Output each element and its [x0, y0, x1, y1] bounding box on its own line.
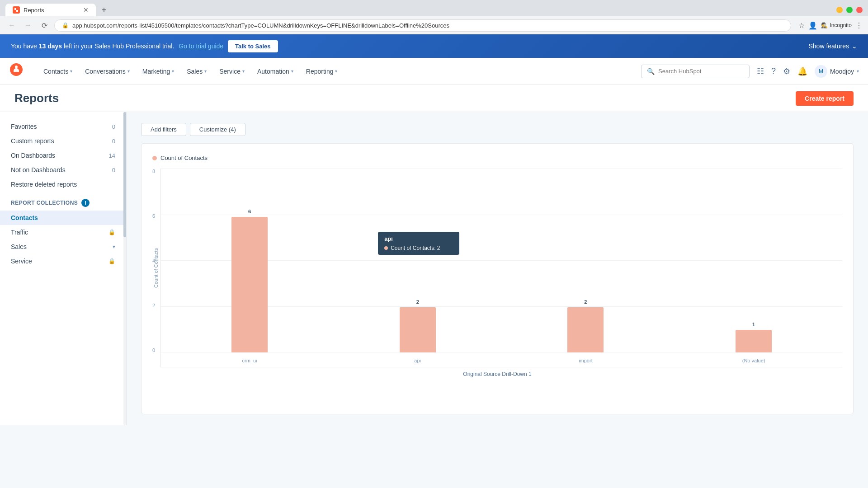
sidebar-item-contacts[interactable]: Contacts	[0, 211, 126, 225]
sidebar-item-sales[interactable]: Sales ▾	[0, 239, 126, 254]
page-header: Reports Create report	[0, 85, 868, 112]
trial-guide-link[interactable]: Go to trial guide	[179, 42, 223, 50]
browser-frame: Reports ✕ + ← → ⟳ 🔒 app.hubspot.com/repo…	[0, 0, 868, 34]
report-area: Add filters Customize (4) Count of Conta…	[127, 112, 868, 425]
sidebar-scroll[interactable]	[123, 112, 126, 425]
bar-crm-ui[interactable]: 6 crm_ui	[231, 217, 268, 352]
tab-title: Reports	[24, 7, 44, 14]
bar-crm-ui-rect[interactable]: 6	[231, 217, 268, 352]
nav-automation-label: Automation	[257, 68, 289, 75]
maximize-button[interactable]	[846, 7, 853, 13]
profile-icon[interactable]: 👤	[808, 21, 817, 30]
user-menu[interactable]: M Moodjoy ▾	[815, 65, 859, 78]
chart-bars: 6 crm_ui 2 api	[161, 169, 842, 352]
nav-contacts[interactable]: Contacts ▾	[38, 64, 78, 79]
sidebar-collections-label: Report collections	[11, 200, 78, 206]
nav-contacts-label: Contacts	[43, 68, 68, 75]
address-bar[interactable]: 🔒 app.hubspot.com/reports-list/45105500/…	[54, 19, 791, 32]
forward-button[interactable]: →	[22, 19, 34, 32]
browser-tab[interactable]: Reports ✕	[5, 4, 96, 16]
reload-button[interactable]: ⟳	[38, 19, 51, 32]
avatar: M	[815, 65, 827, 78]
minimize-button[interactable]	[836, 7, 843, 13]
trial-banner: You have 13 days left in your Sales Hub …	[0, 34, 868, 58]
close-button[interactable]	[856, 7, 863, 13]
bookmark-icon[interactable]: ☆	[798, 21, 805, 30]
close-tab-button[interactable]: ✕	[83, 6, 89, 14]
sidebar-traffic-label: Traffic	[11, 229, 28, 236]
marketplace-icon[interactable]: ☷	[757, 66, 764, 76]
sidebar-item-service[interactable]: Service 🔒	[0, 254, 126, 268]
nav-marketing-label: Marketing	[142, 68, 170, 75]
nav-marketing[interactable]: Marketing ▾	[137, 64, 179, 79]
chart-container: Count of Contacts 8 6 4 2 0 Count of Con…	[141, 143, 854, 414]
bar-no-value-rect[interactable]: 1	[736, 330, 772, 352]
notifications-icon[interactable]: 🔔	[797, 66, 807, 76]
settings-icon[interactable]: ⚙	[783, 66, 790, 76]
url-display: app.hubspot.com/reports-list/45105500/te…	[72, 22, 783, 29]
nav-reporting-label: Reporting	[306, 68, 334, 75]
nav-conversations[interactable]: Conversations ▾	[80, 64, 135, 79]
sidebar-item-on-dashboards[interactable]: On Dashboards 14	[0, 148, 126, 163]
nav-service[interactable]: Service ▾	[214, 64, 250, 79]
nav-marketing-chevron: ▾	[172, 69, 174, 74]
y-tick-2: 2	[152, 303, 155, 308]
bar-import[interactable]: 2 import	[567, 307, 604, 352]
nav-reporting[interactable]: Reporting ▾	[301, 64, 343, 79]
nav-sales-label: Sales	[187, 68, 203, 75]
hubspot-nav: Contacts ▾ Conversations ▾ Marketing ▾ S…	[0, 58, 868, 85]
svg-rect-1	[16, 10, 18, 12]
bar-no-value[interactable]: 1 (No value)	[736, 330, 772, 352]
user-name: Moodjoy	[830, 68, 854, 75]
sidebar-sales-label: Sales	[11, 243, 27, 250]
chart-area: 8 6 4 2 0 Count of Contacts	[152, 169, 842, 367]
sidebar-on-dashboards-count: 14	[109, 152, 115, 159]
nav-service-chevron: ▾	[242, 69, 245, 74]
nav-reporting-chevron: ▾	[335, 69, 337, 74]
sidebar-not-on-dashboards-label: Not on Dashboards	[11, 166, 66, 174]
bar-import-rect[interactable]: 2	[567, 307, 604, 352]
search-input[interactable]	[658, 68, 744, 75]
sidebar-item-favorites[interactable]: Favorites 0	[0, 119, 126, 134]
sidebar-on-dashboards-label: On Dashboards	[11, 152, 55, 159]
incognito-icon: 🕵️	[821, 22, 828, 28]
service-lock-icon: 🔒	[108, 258, 115, 264]
y-tick-6: 6	[152, 213, 155, 219]
tab-favicon	[13, 6, 20, 14]
extensions-icon[interactable]: ⋮	[855, 21, 863, 30]
add-filters-tab[interactable]: Add filters	[141, 123, 186, 136]
customize-tab[interactable]: Customize (4)	[190, 123, 245, 136]
incognito-indicator: 🕵️ Incognito	[821, 22, 852, 28]
create-report-button[interactable]: Create report	[796, 91, 854, 106]
bar-no-value-label: (No value)	[736, 358, 772, 363]
talk-to-sales-button[interactable]: Talk to Sales	[228, 40, 278, 52]
chart-plot: Count of Contacts	[160, 169, 842, 367]
nav-items: Contacts ▾ Conversations ▾ Marketing ▾ S…	[38, 64, 641, 79]
show-features-button[interactable]: Show features ⌄	[809, 42, 858, 50]
page-title: Reports	[14, 91, 59, 105]
search-box[interactable]: 🔍	[641, 65, 750, 78]
back-button[interactable]: ←	[5, 19, 18, 32]
sidebar-item-traffic[interactable]: Traffic 🔒	[0, 225, 126, 239]
sidebar-item-custom-reports[interactable]: Custom reports 0	[0, 134, 126, 148]
sidebar-item-restore[interactable]: Restore deleted reports	[0, 177, 126, 192]
sidebar-scroll-thumb	[123, 112, 126, 237]
bar-api-rect[interactable]: 2	[400, 307, 436, 352]
new-tab-button[interactable]: +	[98, 4, 110, 16]
bar-api-value: 2	[400, 299, 436, 305]
sidebar-item-not-on-dashboards[interactable]: Not on Dashboards 0	[0, 163, 126, 177]
svg-rect-0	[14, 8, 16, 10]
info-badge[interactable]: i	[81, 199, 90, 207]
bar-api[interactable]: 2 api	[400, 307, 436, 352]
y-axis-label: Count of Contacts	[153, 248, 159, 287]
chart-tooltip: api Count of Contacts: 2	[378, 232, 459, 255]
sales-expand-icon: ▾	[113, 244, 115, 250]
sidebar-favorites-count: 0	[112, 123, 115, 130]
help-icon[interactable]: ?	[771, 66, 776, 76]
user-menu-chevron: ▾	[857, 69, 859, 74]
chart-legend: Count of Contacts	[152, 155, 842, 161]
nav-conversations-chevron: ▾	[127, 69, 130, 74]
nav-automation[interactable]: Automation ▾	[252, 64, 299, 79]
hubspot-logo[interactable]	[9, 62, 24, 80]
nav-sales[interactable]: Sales ▾	[181, 64, 212, 79]
